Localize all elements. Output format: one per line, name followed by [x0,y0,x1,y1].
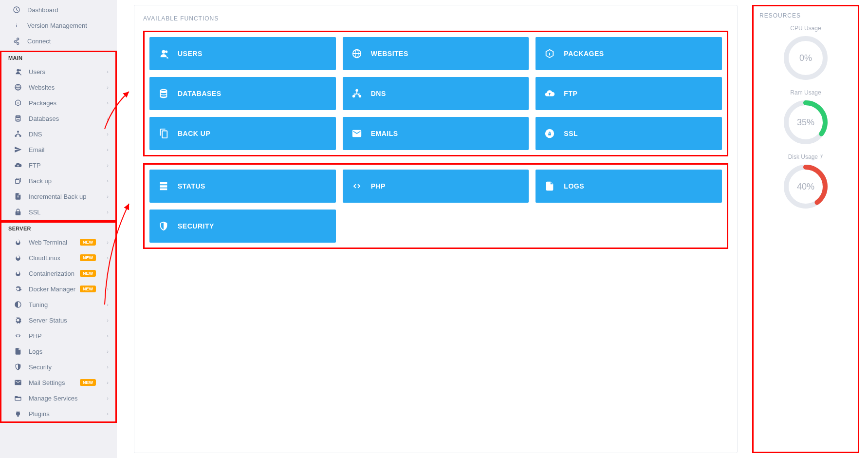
sidebar-item-ssl[interactable]: SSL› [1,204,115,220]
database-icon [14,114,22,122]
gauge-ring: 0% [783,36,828,80]
sidebar-item-dashboard[interactable]: Dashboard [0,2,117,18]
sidebar-item-packages[interactable]: Packages› [1,95,115,111]
fire-icon [14,238,22,246]
tile-php[interactable]: PHP [343,170,529,203]
tile-status[interactable]: STATUS [149,170,336,203]
sidebar-item-ftp[interactable]: FTP› [1,157,115,173]
sidebar-item-back-up[interactable]: Back up› [1,173,115,189]
dns-icon [351,88,362,99]
chevron-right-icon: › [107,333,109,339]
fire-icon [14,269,22,277]
file-icon [14,347,22,355]
sidebar-item-tuning[interactable]: Tuning› [1,297,115,312]
resources-title: RESOURCES [759,12,852,19]
chevron-right-icon: › [107,115,109,121]
ftp-icon [14,161,22,169]
sidebar-item-version-management[interactable]: Version Management [0,18,117,33]
sidebar-item-email[interactable]: Email› [1,142,115,157]
sidebar-item-containerization[interactable]: ContainerizationNEW› [1,266,115,281]
sidebar-item-users[interactable]: Users› [1,64,115,79]
tile-label: SECURITY [178,222,214,230]
tile-ftp[interactable]: FTP [536,77,722,110]
tile-packages[interactable]: PACKAGES [536,37,722,70]
sidebar-item-label: CloudLinux [29,254,60,262]
sidebar-item-label: Version Management [27,22,87,29]
connect-icon [13,37,20,45]
tile-dns[interactable]: DNS [343,77,529,110]
sidebar-item-websites[interactable]: Websites› [1,79,115,95]
sidebar-item-label: Websites [29,84,55,91]
gauge-ram-usage: Ram Usage 35% [759,89,852,145]
dns-icon [14,130,22,138]
gauge-value: 40% [783,164,828,209]
chevron-right-icon: › [107,147,109,153]
sidebar-item-databases[interactable]: Databases› [1,111,115,126]
tile-back-up[interactable]: BACK UP [149,117,336,150]
new-badge: NEW [80,270,96,277]
tile-group-2: STATUSPHPLOGSSECURITY [143,163,728,249]
backup-icon [14,177,22,185]
chevron-right-icon: › [107,255,109,261]
shield-icon [158,221,169,231]
sidebar-item-label: Plugins [29,410,50,418]
chevron-right-icon: › [107,395,109,401]
sidebar-item-label: PHP [29,332,42,340]
sidebar-item-label: Databases [29,115,59,122]
sidebar-item-manage-services[interactable]: Manage Services› [1,390,115,406]
gauge-ring: 40% [783,164,828,209]
dashboard-icon [13,6,20,14]
sidebar-item-label: Security [29,363,52,371]
packages-icon [544,48,555,59]
tile-databases[interactable]: DATABASES [149,77,336,110]
sidebar-item-connect[interactable]: Connect [0,33,117,49]
sidebar-item-cloudlinux[interactable]: CloudLinuxNEW› [1,250,115,266]
incremental-backup-icon [14,192,22,200]
sidebar-item-docker-manager[interactable]: Docker ManagerNEW› [1,281,115,297]
tile-users[interactable]: USERS [149,37,336,70]
envelope-icon [351,128,362,139]
chevron-right-icon: › [107,178,109,184]
chevron-right-icon: › [107,84,109,90]
new-badge: NEW [80,239,96,246]
tile-security[interactable]: SECURITY [149,210,336,243]
new-badge: NEW [80,286,96,292]
chevron-right-icon: › [107,100,109,106]
sidebar-item-label: Docker Manager [29,286,75,293]
sidebar-item-php[interactable]: PHP› [1,328,115,344]
sidebar-item-web-terminal[interactable]: Web TerminalNEW› [1,234,115,250]
sidebar-item-logs[interactable]: Logs› [1,344,115,359]
gauge-label: Disk Usage '/' [759,153,852,160]
tile-websites[interactable]: WEBSITES [343,37,529,70]
sidebar-item-security[interactable]: Security› [1,359,115,375]
tile-ssl[interactable]: SSL [536,117,722,150]
sidebar-item-label: Email [29,146,45,153]
tile-label: USERS [178,50,203,57]
cloud-up-icon [544,88,555,99]
chevron-right-icon: › [107,286,109,292]
tile-emails[interactable]: EMAILS [343,117,529,150]
sidebar-item-dns[interactable]: DNS› [1,126,115,142]
sidebar-item-plugins[interactable]: Plugins› [1,406,115,421]
gauge-ring: 35% [783,100,828,145]
chevron-right-icon: › [107,209,109,215]
tile-logs[interactable]: LOGS [536,170,722,203]
main-content: AVAILABLE FUNCTIONS USERSWEBSITESPACKAGE… [117,0,868,458]
tile-label: PACKAGES [564,50,604,57]
sidebar-main-box: MAIN Users›Websites›Packages›Databases›D… [0,51,117,221]
sidebar-item-label: Web Terminal [29,239,67,246]
folder-open-icon [14,394,22,402]
info-icon [13,21,20,29]
sidebar-item-server-status[interactable]: Server Status› [1,312,115,328]
sidebar: DashboardVersion ManagementConnect MAIN … [0,0,117,458]
sidebar-item-mail-settings[interactable]: Mail SettingsNEW› [1,375,115,390]
envelope-icon [14,379,22,386]
globe-icon [14,83,22,91]
chevron-right-icon: › [107,302,109,307]
sidebar-item-incremental-back-up[interactable]: Incremental Back up› [1,189,115,204]
sidebar-item-label: SSL [29,209,41,216]
new-badge: NEW [80,379,96,386]
resources-panel: RESOURCES CPU Usage 0% Ram Usage 35% Dis… [752,5,859,453]
tile-label: EMAILS [371,130,398,137]
sidebar-item-label: Users [29,68,45,76]
